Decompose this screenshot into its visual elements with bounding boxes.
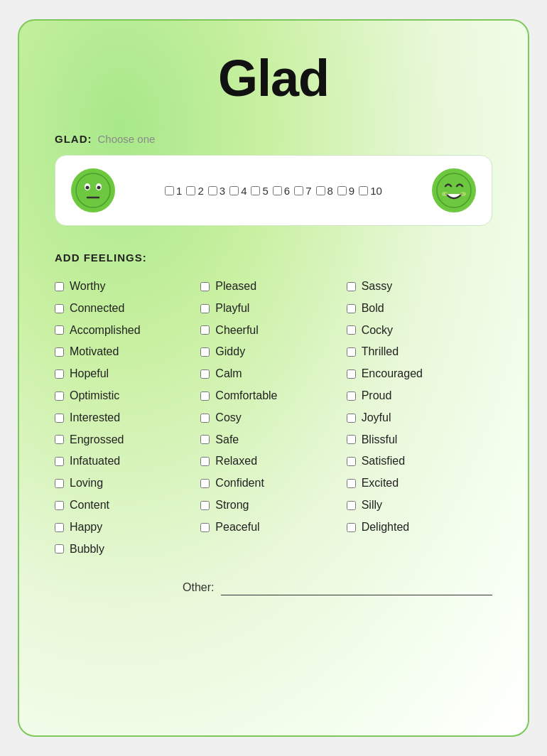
scale-numbers: 12345678910 [122,185,425,197]
scale-checkbox-10[interactable] [359,186,368,195]
feeling-checkbox-engrossed[interactable] [55,435,64,444]
scale-label-4[interactable]: 4 [241,185,247,197]
feeling-label-cosy[interactable]: Cosy [215,411,241,426]
feeling-item: Confident [200,473,346,494]
scale-checkbox-7[interactable] [294,186,303,195]
feeling-label-pleased[interactable]: Pleased [215,279,256,294]
feeling-checkbox-encouraged[interactable] [347,369,356,379]
feeling-checkbox-hopeful[interactable] [55,369,64,379]
feeling-checkbox-content[interactable] [55,501,64,510]
scale-checkbox-4[interactable] [229,186,239,195]
feeling-label-connected[interactable]: Connected [70,301,124,316]
feeling-checkbox-sassy[interactable] [347,282,356,291]
feeling-checkbox-accomplished[interactable] [55,325,64,335]
feeling-checkbox-cheerful[interactable] [200,325,210,335]
feeling-checkbox-bold[interactable] [347,304,356,313]
feeling-item: Hopeful [55,364,200,384]
scale-label-8[interactable]: 8 [327,185,333,197]
feeling-checkbox-interested[interactable] [55,414,64,423]
feeling-label-strong[interactable]: Strong [215,498,249,513]
feeling-label-peaceful[interactable]: Peaceful [215,520,259,535]
feeling-label-accomplished[interactable]: Accomplished [70,323,141,338]
feeling-checkbox-calm[interactable] [200,369,210,379]
feeling-label-comfortable[interactable]: Comfortable [215,389,277,404]
feeling-checkbox-cocky[interactable] [347,325,356,335]
feeling-checkbox-thrilled[interactable] [347,347,356,357]
feeling-label-bold[interactable]: Bold [362,301,384,316]
scale-checkbox-3[interactable] [208,186,217,195]
scale-checkbox-5[interactable] [251,186,260,195]
other-input[interactable] [221,579,492,595]
feeling-checkbox-happy[interactable] [55,523,64,532]
feeling-checkbox-connected[interactable] [55,304,64,313]
feeling-label-sassy[interactable]: Sassy [362,279,393,294]
feeling-label-cheerful[interactable]: Cheerful [215,323,258,338]
feeling-checkbox-silly[interactable] [347,501,356,510]
feeling-label-blissful[interactable]: Blissful [362,433,398,448]
feeling-label-infatuated[interactable]: Infatuated [70,454,120,469]
feeling-checkbox-strong[interactable] [200,501,210,510]
scale-checkbox-1[interactable] [165,186,174,195]
feeling-checkbox-playful[interactable] [200,304,210,313]
feeling-label-excited[interactable]: Excited [362,476,399,491]
feeling-label-playful[interactable]: Playful [215,301,249,316]
feeling-label-motivated[interactable]: Motivated [70,345,119,360]
feeling-label-joyful[interactable]: Joyful [362,411,391,426]
scale-label-1[interactable]: 1 [176,185,182,197]
scale-checkbox-2[interactable] [186,186,195,195]
scale-checkbox-9[interactable] [337,186,347,195]
scale-checkbox-8[interactable] [316,186,325,195]
feeling-label-calm[interactable]: Calm [215,367,242,382]
feeling-checkbox-comfortable[interactable] [200,392,210,401]
feeling-checkbox-excited[interactable] [347,479,356,488]
scale-label-9[interactable]: 9 [349,185,354,197]
feeling-checkbox-delighted[interactable] [347,523,356,532]
feeling-label-loving[interactable]: Loving [70,476,103,491]
feeling-label-safe[interactable]: Safe [215,433,239,448]
feeling-checkbox-pleased[interactable] [200,282,210,291]
feeling-label-happy[interactable]: Happy [70,520,102,535]
feeling-label-interested[interactable]: Interested [70,411,120,426]
feeling-label-confident[interactable]: Confident [215,476,264,491]
feeling-checkbox-loving[interactable] [55,479,64,488]
feeling-label-bubbly[interactable]: Bubbly [70,542,104,557]
feeling-label-optimistic[interactable]: Optimistic [70,389,119,404]
feeling-label-proud[interactable]: Proud [362,389,392,404]
feeling-item: Loving [55,473,200,494]
feeling-label-delighted[interactable]: Delighted [362,520,410,535]
feeling-checkbox-safe[interactable] [200,435,210,444]
feeling-checkbox-worthy[interactable] [55,282,64,291]
feeling-label-cocky[interactable]: Cocky [362,323,393,338]
feeling-checkbox-infatuated[interactable] [55,457,64,466]
scale-label-2[interactable]: 2 [197,185,203,197]
feeling-label-relaxed[interactable]: Relaxed [215,454,257,469]
feeling-label-engrossed[interactable]: Engrossed [70,433,124,448]
feeling-checkbox-optimistic[interactable] [55,392,64,401]
feeling-label-content[interactable]: Content [70,498,109,513]
feeling-checkbox-confident[interactable] [200,479,210,488]
scale-label-3[interactable]: 3 [220,185,225,197]
feeling-checkbox-cosy[interactable] [200,414,210,423]
feeling-label-silly[interactable]: Silly [362,498,382,513]
feeling-checkbox-bubbly[interactable] [55,544,64,554]
feeling-label-encouraged[interactable]: Encouraged [362,367,423,382]
feeling-checkbox-blissful[interactable] [347,435,356,444]
feeling-checkbox-satisfied[interactable] [347,457,356,466]
feeling-checkbox-joyful[interactable] [347,414,356,423]
feeling-checkbox-relaxed[interactable] [200,457,210,466]
feeling-label-worthy[interactable]: Worthy [70,279,105,294]
feeling-label-hopeful[interactable]: Hopeful [70,367,109,382]
scale-label-5[interactable]: 5 [262,185,268,197]
scale-label-10[interactable]: 10 [370,185,382,197]
feeling-item: Excited [347,473,492,494]
feeling-label-giddy[interactable]: Giddy [215,345,245,360]
feeling-checkbox-giddy[interactable] [200,347,210,357]
feeling-label-thrilled[interactable]: Thrilled [362,345,399,360]
feeling-label-satisfied[interactable]: Satisfied [362,454,405,469]
scale-label-6[interactable]: 6 [284,185,290,197]
feeling-checkbox-motivated[interactable] [55,347,64,357]
feeling-checkbox-proud[interactable] [347,392,356,401]
scale-checkbox-6[interactable] [273,186,282,195]
scale-label-7[interactable]: 7 [305,185,311,197]
feeling-checkbox-peaceful[interactable] [200,523,210,532]
